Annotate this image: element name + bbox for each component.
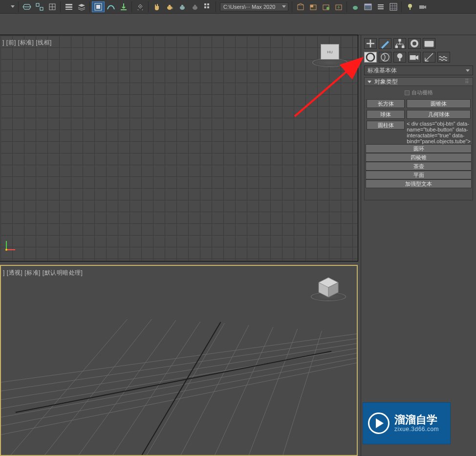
lamp-icon[interactable] bbox=[404, 1, 416, 12]
teapot-wire-icon[interactable] bbox=[163, 1, 176, 12]
grid-small-icon[interactable] bbox=[201, 1, 214, 12]
create-tab[interactable] bbox=[364, 38, 377, 49]
bind-icon[interactable] bbox=[46, 1, 59, 12]
motion-tab[interactable] bbox=[408, 38, 421, 49]
svg-rect-34 bbox=[419, 5, 424, 9]
schematic-view-icon[interactable] bbox=[63, 1, 75, 12]
svg-rect-61 bbox=[402, 45, 404, 48]
viewport-front[interactable]: ] [前] [标准] [线框] HU bbox=[0, 35, 358, 261]
geometry-category-icon[interactable] bbox=[364, 52, 377, 63]
svg-line-55 bbox=[142, 322, 220, 455]
teapot-alt-icon[interactable] bbox=[189, 1, 201, 12]
svg-rect-30 bbox=[378, 8, 384, 9]
container-update-icon[interactable] bbox=[332, 1, 345, 12]
viewport-perspective[interactable]: ] [透视] [标准] [默认明暗处理] bbox=[0, 265, 358, 456]
svg-rect-5 bbox=[65, 9, 72, 10]
teapot-material-icon[interactable] bbox=[349, 1, 362, 12]
lights-category-icon[interactable] bbox=[393, 52, 406, 63]
curve-editor-icon[interactable] bbox=[92, 1, 105, 12]
container-open-icon[interactable] bbox=[307, 1, 320, 12]
helpers-category-icon[interactable] bbox=[423, 52, 435, 63]
auto-grid-checkbox[interactable] bbox=[405, 90, 410, 95]
svg-rect-17 bbox=[204, 6, 206, 8]
layer-explorer-icon[interactable] bbox=[75, 1, 88, 12]
toolbar-config-dropdown[interactable] bbox=[1, 1, 17, 12]
svg-line-50 bbox=[181, 325, 249, 455]
viewport-column: ] [前] [标准] [线框] HU bbox=[0, 35, 361, 456]
svg-rect-27 bbox=[365, 4, 371, 5]
auto-grid-row[interactable]: 自动栅格 bbox=[366, 88, 472, 99]
svg-line-48 bbox=[113, 322, 200, 455]
link-icon[interactable] bbox=[21, 1, 33, 12]
svg-line-44 bbox=[1, 363, 357, 434]
watermark-play-icon bbox=[368, 413, 389, 434]
hierarchy-tab[interactable] bbox=[393, 38, 406, 49]
snap-toggle-icon[interactable] bbox=[134, 1, 147, 12]
command-panel: 标准基本体 对象类型 ⠿ 自动栅格 长方体 圆锥体 球体 几何球体 圆柱体 < … bbox=[361, 35, 476, 456]
svg-line-42 bbox=[1, 353, 357, 417]
object-type-rollout-header[interactable]: 对象类型 ⠿ bbox=[364, 77, 473, 86]
sphere-button[interactable]: 球体 bbox=[367, 110, 405, 119]
import-icon[interactable] bbox=[117, 1, 130, 12]
svg-rect-14 bbox=[194, 5, 196, 6]
svg-rect-3 bbox=[65, 4, 72, 5]
spacewarps-category-icon[interactable] bbox=[437, 52, 450, 63]
svg-line-53 bbox=[283, 331, 322, 455]
hand-icon[interactable] bbox=[151, 1, 163, 12]
viewcube-perspective[interactable] bbox=[313, 277, 344, 301]
svg-rect-29 bbox=[378, 6, 384, 7]
svg-line-39 bbox=[1, 339, 357, 391]
object-type-header-label: 对象类型 bbox=[374, 78, 398, 86]
shapes-category-icon[interactable] bbox=[379, 52, 391, 63]
svg-rect-28 bbox=[378, 4, 384, 5]
project-path-combo[interactable]: C:\Users\··· Max 2020 bbox=[220, 2, 288, 11]
container-new-icon[interactable] bbox=[294, 1, 307, 12]
svg-rect-10 bbox=[169, 5, 171, 6]
unlink-icon[interactable] bbox=[33, 1, 46, 12]
list-icon[interactable] bbox=[374, 1, 387, 12]
grid-settings-icon[interactable] bbox=[387, 1, 400, 12]
svg-point-25 bbox=[353, 6, 358, 10]
svg-point-11 bbox=[180, 6, 185, 10]
watermark-badge: 溜溜自学 zixue.3d66.com bbox=[363, 402, 451, 444]
teapot-button[interactable]: 茶壶 bbox=[366, 162, 472, 171]
pyramid-button[interactable]: 四棱锥 bbox=[366, 153, 472, 162]
svg-rect-15 bbox=[204, 3, 206, 5]
svg-point-37 bbox=[5, 249, 7, 251]
plane-button[interactable]: 平面 bbox=[366, 171, 472, 179]
teapot-shaded-icon[interactable] bbox=[176, 1, 189, 12]
viewport-front-label[interactable]: ] [前] [标准] [线框] bbox=[2, 39, 52, 47]
auto-grid-label: 自动栅格 bbox=[411, 89, 433, 96]
primitive-type-combo[interactable]: 标准基本体 bbox=[364, 65, 473, 75]
svg-point-63 bbox=[412, 42, 416, 45]
container-inherit-icon[interactable] bbox=[320, 1, 332, 12]
svg-rect-31 bbox=[390, 3, 397, 10]
textplus-button[interactable]: 加强型文本 bbox=[366, 179, 472, 188]
torus-button[interactable]: 圆环 bbox=[366, 144, 472, 153]
viewport-perspective-label[interactable]: ] [透视] [标准] [默认明暗处理] bbox=[3, 269, 83, 277]
viewcube-front[interactable]: HU bbox=[314, 43, 346, 67]
create-category-tabs bbox=[361, 50, 476, 65]
box-button[interactable]: 长方体 bbox=[367, 99, 405, 108]
svg-line-52 bbox=[249, 329, 297, 455]
geosphere-button[interactable]: 几何球体 bbox=[407, 110, 471, 119]
display-tab[interactable] bbox=[423, 38, 435, 49]
modify-tab[interactable] bbox=[379, 38, 391, 49]
watermark-subtitle: zixue.3d66.com bbox=[394, 426, 439, 433]
calendar-icon[interactable] bbox=[362, 1, 374, 12]
cylinder-button[interactable]: 圆柱体 bbox=[367, 121, 405, 130]
cameras-category-icon[interactable] bbox=[408, 52, 421, 63]
cone-button[interactable]: 圆锥体 bbox=[407, 99, 471, 108]
svg-rect-33 bbox=[410, 8, 411, 10]
camera-icon[interactable] bbox=[416, 1, 429, 12]
primitive-type-label: 标准基本体 bbox=[368, 66, 397, 75]
svg-rect-7 bbox=[96, 5, 100, 9]
viewcube-face[interactable]: HU bbox=[321, 44, 339, 60]
svg-line-51 bbox=[215, 327, 273, 455]
svg-rect-12 bbox=[181, 5, 183, 6]
svg-line-38 bbox=[1, 334, 357, 382]
main-toolbar: C:\Users\··· Max 2020 bbox=[0, 0, 476, 14]
dope-sheet-icon[interactable] bbox=[105, 1, 117, 12]
svg-line-46 bbox=[45, 319, 152, 455]
axis-gizmo-icon bbox=[4, 237, 19, 252]
